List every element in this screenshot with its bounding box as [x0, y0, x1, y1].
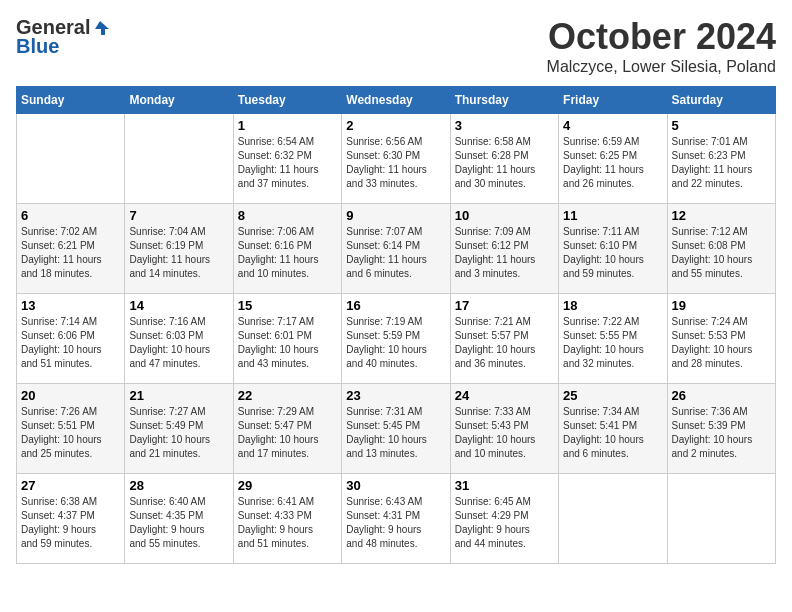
day-number: 2: [346, 118, 445, 133]
calendar-cell: 8Sunrise: 7:06 AM Sunset: 6:16 PM Daylig…: [233, 204, 341, 294]
calendar-cell: 24Sunrise: 7:33 AM Sunset: 5:43 PM Dayli…: [450, 384, 558, 474]
day-number: 3: [455, 118, 554, 133]
weekday-header-friday: Friday: [559, 87, 667, 114]
day-number: 26: [672, 388, 771, 403]
calendar-cell: 31Sunrise: 6:45 AM Sunset: 4:29 PM Dayli…: [450, 474, 558, 564]
day-info: Sunrise: 7:04 AM Sunset: 6:19 PM Dayligh…: [129, 225, 228, 281]
day-number: 19: [672, 298, 771, 313]
day-info: Sunrise: 7:34 AM Sunset: 5:41 PM Dayligh…: [563, 405, 662, 461]
day-number: 21: [129, 388, 228, 403]
weekday-header-saturday: Saturday: [667, 87, 775, 114]
day-info: Sunrise: 7:27 AM Sunset: 5:49 PM Dayligh…: [129, 405, 228, 461]
calendar-cell: 29Sunrise: 6:41 AM Sunset: 4:33 PM Dayli…: [233, 474, 341, 564]
day-info: Sunrise: 7:36 AM Sunset: 5:39 PM Dayligh…: [672, 405, 771, 461]
day-number: 27: [21, 478, 120, 493]
day-info: Sunrise: 7:06 AM Sunset: 6:16 PM Dayligh…: [238, 225, 337, 281]
day-number: 23: [346, 388, 445, 403]
calendar-cell: 28Sunrise: 6:40 AM Sunset: 4:35 PM Dayli…: [125, 474, 233, 564]
logo-bird-icon: [91, 19, 109, 37]
month-title: October 2024: [547, 16, 776, 58]
day-info: Sunrise: 7:11 AM Sunset: 6:10 PM Dayligh…: [563, 225, 662, 281]
calendar-week-row: 6Sunrise: 7:02 AM Sunset: 6:21 PM Daylig…: [17, 204, 776, 294]
day-info: Sunrise: 7:14 AM Sunset: 6:06 PM Dayligh…: [21, 315, 120, 371]
calendar-cell: 16Sunrise: 7:19 AM Sunset: 5:59 PM Dayli…: [342, 294, 450, 384]
day-info: Sunrise: 7:19 AM Sunset: 5:59 PM Dayligh…: [346, 315, 445, 371]
day-number: 8: [238, 208, 337, 223]
calendar-week-row: 27Sunrise: 6:38 AM Sunset: 4:37 PM Dayli…: [17, 474, 776, 564]
day-info: Sunrise: 7:09 AM Sunset: 6:12 PM Dayligh…: [455, 225, 554, 281]
day-number: 5: [672, 118, 771, 133]
title-section: October 2024 Malczyce, Lower Silesia, Po…: [547, 16, 776, 76]
day-number: 29: [238, 478, 337, 493]
weekday-header-wednesday: Wednesday: [342, 87, 450, 114]
day-info: Sunrise: 6:56 AM Sunset: 6:30 PM Dayligh…: [346, 135, 445, 191]
calendar-cell: 23Sunrise: 7:31 AM Sunset: 5:45 PM Dayli…: [342, 384, 450, 474]
svg-marker-0: [95, 21, 109, 35]
day-number: 6: [21, 208, 120, 223]
day-info: Sunrise: 6:41 AM Sunset: 4:33 PM Dayligh…: [238, 495, 337, 551]
day-info: Sunrise: 6:38 AM Sunset: 4:37 PM Dayligh…: [21, 495, 120, 551]
calendar-cell: 17Sunrise: 7:21 AM Sunset: 5:57 PM Dayli…: [450, 294, 558, 384]
weekday-header-row: SundayMondayTuesdayWednesdayThursdayFrid…: [17, 87, 776, 114]
location: Malczyce, Lower Silesia, Poland: [547, 58, 776, 76]
day-number: 12: [672, 208, 771, 223]
day-number: 20: [21, 388, 120, 403]
day-info: Sunrise: 7:21 AM Sunset: 5:57 PM Dayligh…: [455, 315, 554, 371]
day-number: 28: [129, 478, 228, 493]
calendar-cell: 27Sunrise: 6:38 AM Sunset: 4:37 PM Dayli…: [17, 474, 125, 564]
calendar-cell: 26Sunrise: 7:36 AM Sunset: 5:39 PM Dayli…: [667, 384, 775, 474]
day-info: Sunrise: 6:43 AM Sunset: 4:31 PM Dayligh…: [346, 495, 445, 551]
day-info: Sunrise: 7:07 AM Sunset: 6:14 PM Dayligh…: [346, 225, 445, 281]
calendar-week-row: 13Sunrise: 7:14 AM Sunset: 6:06 PM Dayli…: [17, 294, 776, 384]
weekday-header-thursday: Thursday: [450, 87, 558, 114]
day-number: 17: [455, 298, 554, 313]
day-info: Sunrise: 6:45 AM Sunset: 4:29 PM Dayligh…: [455, 495, 554, 551]
day-info: Sunrise: 7:12 AM Sunset: 6:08 PM Dayligh…: [672, 225, 771, 281]
calendar-table: SundayMondayTuesdayWednesdayThursdayFrid…: [16, 86, 776, 564]
calendar-cell: 13Sunrise: 7:14 AM Sunset: 6:06 PM Dayli…: [17, 294, 125, 384]
calendar-cell: 10Sunrise: 7:09 AM Sunset: 6:12 PM Dayli…: [450, 204, 558, 294]
day-number: 15: [238, 298, 337, 313]
day-number: 11: [563, 208, 662, 223]
day-info: Sunrise: 6:59 AM Sunset: 6:25 PM Dayligh…: [563, 135, 662, 191]
calendar-cell: 25Sunrise: 7:34 AM Sunset: 5:41 PM Dayli…: [559, 384, 667, 474]
day-info: Sunrise: 6:58 AM Sunset: 6:28 PM Dayligh…: [455, 135, 554, 191]
calendar-cell: 1Sunrise: 6:54 AM Sunset: 6:32 PM Daylig…: [233, 114, 341, 204]
calendar-cell: 22Sunrise: 7:29 AM Sunset: 5:47 PM Dayli…: [233, 384, 341, 474]
weekday-header-tuesday: Tuesday: [233, 87, 341, 114]
calendar-cell: [559, 474, 667, 564]
calendar-cell: 4Sunrise: 6:59 AM Sunset: 6:25 PM Daylig…: [559, 114, 667, 204]
calendar-cell: 15Sunrise: 7:17 AM Sunset: 6:01 PM Dayli…: [233, 294, 341, 384]
calendar-cell: 12Sunrise: 7:12 AM Sunset: 6:08 PM Dayli…: [667, 204, 775, 294]
calendar-cell: [17, 114, 125, 204]
calendar-cell: 30Sunrise: 6:43 AM Sunset: 4:31 PM Dayli…: [342, 474, 450, 564]
calendar-week-row: 20Sunrise: 7:26 AM Sunset: 5:51 PM Dayli…: [17, 384, 776, 474]
day-info: Sunrise: 7:29 AM Sunset: 5:47 PM Dayligh…: [238, 405, 337, 461]
calendar-cell: 14Sunrise: 7:16 AM Sunset: 6:03 PM Dayli…: [125, 294, 233, 384]
calendar-cell: 2Sunrise: 6:56 AM Sunset: 6:30 PM Daylig…: [342, 114, 450, 204]
day-number: 14: [129, 298, 228, 313]
calendar-cell: 5Sunrise: 7:01 AM Sunset: 6:23 PM Daylig…: [667, 114, 775, 204]
calendar-cell: 6Sunrise: 7:02 AM Sunset: 6:21 PM Daylig…: [17, 204, 125, 294]
day-info: Sunrise: 7:24 AM Sunset: 5:53 PM Dayligh…: [672, 315, 771, 371]
day-info: Sunrise: 7:17 AM Sunset: 6:01 PM Dayligh…: [238, 315, 337, 371]
calendar-cell: 19Sunrise: 7:24 AM Sunset: 5:53 PM Dayli…: [667, 294, 775, 384]
calendar-week-row: 1Sunrise: 6:54 AM Sunset: 6:32 PM Daylig…: [17, 114, 776, 204]
logo: General Blue: [16, 16, 110, 58]
day-number: 30: [346, 478, 445, 493]
day-info: Sunrise: 6:40 AM Sunset: 4:35 PM Dayligh…: [129, 495, 228, 551]
day-number: 25: [563, 388, 662, 403]
day-number: 9: [346, 208, 445, 223]
day-number: 18: [563, 298, 662, 313]
day-number: 16: [346, 298, 445, 313]
day-number: 24: [455, 388, 554, 403]
day-number: 22: [238, 388, 337, 403]
calendar-cell: [125, 114, 233, 204]
calendar-cell: 9Sunrise: 7:07 AM Sunset: 6:14 PM Daylig…: [342, 204, 450, 294]
calendar-cell: 7Sunrise: 7:04 AM Sunset: 6:19 PM Daylig…: [125, 204, 233, 294]
day-info: Sunrise: 7:16 AM Sunset: 6:03 PM Dayligh…: [129, 315, 228, 371]
calendar-cell: 18Sunrise: 7:22 AM Sunset: 5:55 PM Dayli…: [559, 294, 667, 384]
weekday-header-sunday: Sunday: [17, 87, 125, 114]
calendar-cell: 3Sunrise: 6:58 AM Sunset: 6:28 PM Daylig…: [450, 114, 558, 204]
day-info: Sunrise: 7:26 AM Sunset: 5:51 PM Dayligh…: [21, 405, 120, 461]
